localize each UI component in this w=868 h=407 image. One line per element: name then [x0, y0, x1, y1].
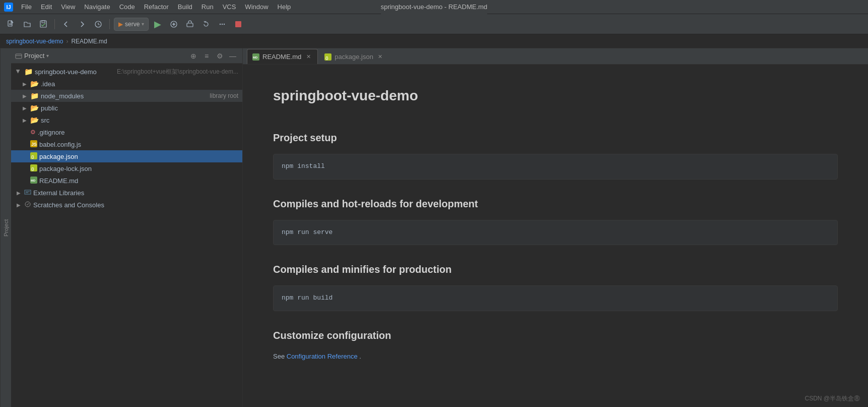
- build-project-button[interactable]: [183, 17, 197, 31]
- node-modules-arrow: ▶: [21, 92, 28, 99]
- menu-edit[interactable]: Edit: [37, 2, 56, 12]
- tree-header-actions: ⊕ ≡ ⚙ —: [188, 50, 238, 62]
- new-file-button[interactable]: [4, 17, 18, 31]
- tree-item-readme[interactable]: ▶ MD README.md: [11, 175, 242, 187]
- idea-folder-icon: 📂: [30, 80, 39, 88]
- menu-file[interactable]: File: [17, 2, 36, 12]
- add-coverage-button[interactable]: [167, 17, 181, 31]
- collapse-all-button[interactable]: ≡: [201, 50, 212, 62]
- public-label: public: [41, 104, 238, 112]
- tree-root[interactable]: ▶ 📁 springboot-vue-demo E:\springboot+vu…: [11, 66, 242, 78]
- svg-text:IJ: IJ: [6, 4, 11, 10]
- more-button[interactable]: [215, 17, 229, 31]
- tree-item-gitignore[interactable]: ▶ ⚙ .gitignore: [11, 126, 242, 138]
- tab-readme[interactable]: MD README.md ✕: [247, 49, 318, 64]
- breadcrumb: springboot-vue-demo › README.md: [0, 34, 868, 48]
- breadcrumb-file[interactable]: README.md: [71, 38, 107, 45]
- idea-label: .idea: [41, 80, 238, 88]
- menu-window[interactable]: Window: [241, 2, 272, 12]
- tree-item-scratches[interactable]: ▶ Scratches and Consoles: [11, 199, 242, 211]
- window-title: springboot-vue-demo - README.md: [381, 0, 488, 14]
- editor-area: MD README.md ✕ {} package.json ✕ springb…: [243, 48, 868, 407]
- tree-options-button[interactable]: ⚙: [214, 50, 225, 62]
- public-arrow: ▶: [21, 104, 28, 111]
- md-section-2-heading: Compiles and hot-reloads for development: [273, 196, 838, 212]
- forward-button[interactable]: [75, 17, 89, 31]
- readme-label: README.md: [39, 177, 238, 185]
- tab-readme-close[interactable]: ✕: [304, 53, 312, 61]
- toolbar-sep-2: [109, 19, 110, 29]
- project-dropdown-icon: ▾: [46, 53, 49, 59]
- menu-refactor[interactable]: Refactor: [140, 2, 173, 12]
- md-section-1-heading: Project setup: [273, 130, 838, 146]
- tree-item-external-libs[interactable]: ▶ External Libraries: [11, 187, 242, 199]
- run-config-label: serve: [125, 21, 140, 28]
- app-logo: IJ: [4, 3, 13, 12]
- md-preview[interactable]: springboot-vue-demo Project setup npm in…: [243, 65, 868, 407]
- root-label: springboot-vue-demo: [35, 68, 113, 76]
- readme-icon: MD: [30, 177, 37, 185]
- tree-item-node-modules[interactable]: ▶ 📁 node_modules library root: [11, 90, 242, 102]
- src-folder-icon: 📂: [30, 116, 39, 124]
- src-label: src: [41, 117, 238, 124]
- package-json-label: package.json: [39, 153, 238, 160]
- menu-build[interactable]: Build: [174, 2, 196, 12]
- md-section-2-code: npm run serve: [273, 220, 838, 246]
- tab-package[interactable]: {} package.json ✕: [319, 49, 390, 64]
- md-section-1-code: npm install: [273, 154, 838, 180]
- menu-bar: IJ File Edit View Navigate Code Refactor…: [0, 0, 868, 14]
- scratches-icon: [24, 201, 31, 209]
- breadcrumb-separator: ›: [66, 38, 68, 45]
- babel-label: babel.config.js: [39, 141, 238, 148]
- project-label[interactable]: Project ▾: [15, 52, 49, 60]
- svg-text:MD: MD: [253, 56, 258, 59]
- root-arrow: ▶: [15, 68, 22, 75]
- tree-item-package-lock[interactable]: ▶ {} package-lock.json: [11, 162, 242, 175]
- menu-vcs[interactable]: VCS: [219, 2, 240, 12]
- svg-point-12: [220, 23, 221, 24]
- tree-item-src[interactable]: ▶ 📂 src: [11, 114, 242, 126]
- run-button[interactable]: ▶: [151, 17, 165, 31]
- svg-rect-25: [25, 190, 31, 194]
- tree-item-idea[interactable]: ▶ 📂 .idea: [11, 78, 242, 90]
- node-modules-sublabel: library root: [210, 92, 238, 99]
- side-panel-project-label[interactable]: Project: [0, 48, 11, 407]
- idea-arrow: ▶: [21, 80, 28, 87]
- menu-navigate[interactable]: Navigate: [80, 2, 114, 12]
- tree-item-babel[interactable]: ▶ JS babel.config.js: [11, 138, 242, 150]
- breadcrumb-project[interactable]: springboot-vue-demo: [6, 38, 63, 45]
- back-button[interactable]: [59, 17, 73, 31]
- run-config-button[interactable]: ▶ serve ▾: [114, 18, 149, 31]
- revert-button[interactable]: [199, 17, 213, 31]
- open-button[interactable]: [20, 17, 34, 31]
- tree-close-button[interactable]: —: [227, 50, 238, 62]
- md-section-4-heading: Customize configuration: [273, 327, 838, 343]
- node-modules-label: node_modules: [41, 92, 206, 100]
- save-all-button[interactable]: [36, 17, 50, 31]
- tree-item-package-json[interactable]: ▶ {} package.json: [11, 150, 242, 162]
- md-section-3-heading: Compiles and minifies for production: [273, 261, 838, 277]
- locate-file-button[interactable]: ⊕: [188, 50, 199, 62]
- md-section-3-code: npm run build: [273, 285, 838, 311]
- menu-code[interactable]: Code: [115, 2, 139, 12]
- svg-text:{}: {}: [325, 56, 328, 60]
- package-lock-icon: {}: [30, 164, 37, 173]
- toolbar-sep-1: [54, 19, 55, 29]
- md-section-4-text: See Configuration Reference .: [273, 352, 838, 362]
- md-config-link[interactable]: Configuration Reference: [287, 353, 358, 360]
- external-libs-label: External Libraries: [33, 189, 238, 197]
- svg-rect-16: [16, 54, 22, 59]
- stop-button[interactable]: [231, 17, 245, 31]
- external-libs-icon: [24, 189, 31, 197]
- menu-run[interactable]: Run: [197, 2, 218, 12]
- tab-package-close[interactable]: ✕: [376, 53, 384, 61]
- menu-view[interactable]: View: [57, 2, 79, 12]
- menu-help[interactable]: Help: [274, 2, 295, 12]
- external-libs-arrow: ▶: [15, 189, 22, 196]
- git-update-button[interactable]: [91, 17, 105, 31]
- tab-package-label: package.json: [335, 53, 373, 61]
- tab-bar: MD README.md ✕ {} package.json ✕: [243, 48, 868, 65]
- svg-point-13: [222, 23, 223, 24]
- file-tree: Project ▾ ⊕ ≡ ⚙ — ▶ 📁 springboot-vue-dem…: [11, 48, 243, 407]
- tree-item-public[interactable]: ▶ 📂 public: [11, 102, 242, 114]
